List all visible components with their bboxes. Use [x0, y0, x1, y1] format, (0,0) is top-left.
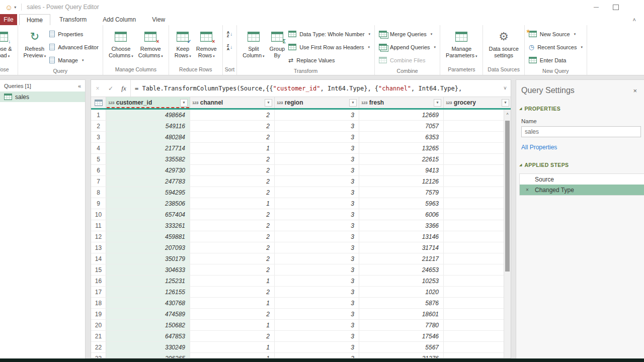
- row-number[interactable]: 12: [91, 231, 106, 242]
- scroll-up-arrow[interactable]: ˄: [504, 110, 511, 118]
- cell-fresh[interactable]: 22615: [359, 154, 444, 164]
- cell-channel[interactable]: 1: [190, 353, 275, 358]
- cell-customer_id[interactable]: 594295: [106, 187, 190, 198]
- cell-channel[interactable]: 1: [190, 298, 275, 308]
- data-source-settings-button[interactable]: ⚙ Data source settings: [486, 27, 521, 60]
- filter-dropdown-region[interactable]: ▾: [349, 99, 357, 107]
- cancel-formula-button[interactable]: ×: [91, 85, 104, 92]
- cell-fresh[interactable]: 1020: [359, 287, 444, 297]
- cell-fresh[interactable]: 3366: [359, 220, 444, 231]
- cell-region[interactable]: 3: [275, 264, 359, 275]
- keep-rows-button[interactable]: ✓ Keep Rows▾: [172, 27, 194, 60]
- cell-grocery[interactable]: [444, 331, 511, 341]
- cell-grocery[interactable]: [444, 132, 511, 142]
- cell-customer_id[interactable]: 217714: [106, 143, 190, 153]
- cell-region[interactable]: 3: [275, 220, 359, 231]
- applied-step-changed-type[interactable]: ×Changed Type: [520, 185, 644, 195]
- row-number[interactable]: 20: [91, 320, 106, 330]
- cell-region[interactable]: 3: [275, 143, 359, 153]
- restore-button[interactable]: [613, 5, 619, 10]
- properties-section-header[interactable]: ◢ PROPERTIES: [516, 106, 644, 112]
- cell-channel[interactable]: 2: [190, 176, 275, 187]
- cell-channel[interactable]: 2: [190, 209, 275, 220]
- cell-customer_id[interactable]: 459881: [106, 231, 190, 242]
- manage-button[interactable]: Manage▾: [49, 55, 99, 65]
- cell-channel[interactable]: 2: [190, 132, 275, 142]
- cell-customer_id[interactable]: 350179: [106, 253, 190, 264]
- cell-grocery[interactable]: [444, 187, 511, 198]
- cell-customer_id[interactable]: 657404: [106, 209, 190, 220]
- close-panel-button[interactable]: ×: [633, 87, 637, 95]
- cell-channel[interactable]: 1: [190, 276, 275, 286]
- cell-grocery[interactable]: [444, 220, 511, 231]
- cell-fresh[interactable]: 5963: [359, 198, 444, 209]
- applied-step-source[interactable]: Source: [520, 174, 644, 185]
- cell-region[interactable]: 3: [275, 298, 359, 308]
- cell-grocery[interactable]: [444, 276, 511, 286]
- cell-region[interactable]: 3: [275, 309, 359, 319]
- cell-grocery[interactable]: [444, 287, 511, 297]
- cell-fresh[interactable]: 6353: [359, 132, 444, 142]
- row-number[interactable]: 16: [91, 276, 106, 286]
- cell-region[interactable]: 3: [275, 132, 359, 142]
- cell-channel[interactable]: 2: [190, 187, 275, 198]
- cell-region[interactable]: 3: [275, 209, 359, 220]
- cell-grocery[interactable]: [444, 320, 511, 330]
- row-number[interactable]: 17: [91, 287, 106, 297]
- use-first-row-button[interactable]: Use First Row as Headers▾: [288, 42, 370, 52]
- cell-fresh[interactable]: 13146: [359, 231, 444, 242]
- row-number[interactable]: 9: [91, 198, 106, 209]
- cell-fresh[interactable]: 5567: [359, 342, 444, 352]
- row-number[interactable]: 14: [91, 253, 106, 264]
- properties-button[interactable]: Properties: [49, 29, 99, 39]
- cell-customer_id[interactable]: 647853: [106, 331, 190, 341]
- row-number[interactable]: 1: [91, 110, 106, 120]
- cell-region[interactable]: 3: [275, 276, 359, 286]
- cell-customer_id[interactable]: 330249: [106, 342, 190, 352]
- cell-customer_id[interactable]: 238506: [106, 198, 190, 209]
- cell-grocery[interactable]: [444, 353, 511, 358]
- row-number[interactable]: 7: [91, 176, 106, 187]
- choose-columns-button[interactable]: Choose Columns▾: [106, 27, 136, 60]
- cell-region[interactable]: 3: [275, 331, 359, 341]
- cell-fresh[interactable]: 7057: [359, 121, 444, 131]
- cell-channel[interactable]: 2: [190, 220, 275, 231]
- row-number[interactable]: 10: [91, 209, 106, 220]
- row-number[interactable]: 3: [91, 132, 106, 142]
- row-number[interactable]: 4: [91, 143, 106, 153]
- cell-customer_id[interactable]: 429730: [106, 165, 190, 175]
- cell-fresh[interactable]: 7579: [359, 187, 444, 198]
- query-item-sales[interactable]: sales: [0, 92, 85, 102]
- tab-add-column[interactable]: Add Column: [96, 14, 143, 25]
- row-number[interactable]: 23: [91, 353, 106, 358]
- all-properties-link[interactable]: All Properties: [521, 144, 557, 151]
- cell-grocery[interactable]: [444, 121, 511, 131]
- cell-customer_id[interactable]: 126155: [106, 287, 190, 297]
- cell-grocery[interactable]: [444, 264, 511, 275]
- cell-channel[interactable]: 2: [190, 253, 275, 264]
- enter-data-button[interactable]: Enter Data: [529, 55, 583, 65]
- cell-channel[interactable]: 2: [190, 242, 275, 253]
- applied-steps-section-header[interactable]: ◢ APPLIED STEPS: [516, 162, 644, 168]
- cell-channel[interactable]: 2: [190, 154, 275, 164]
- cell-region[interactable]: 3: [275, 154, 359, 164]
- cell-grocery[interactable]: [444, 298, 511, 308]
- cell-channel[interactable]: 2: [190, 331, 275, 341]
- row-number[interactable]: 11: [91, 220, 106, 231]
- cell-fresh[interactable]: 5876: [359, 298, 444, 308]
- cell-fresh[interactable]: 7780: [359, 320, 444, 330]
- refresh-preview-button[interactable]: ↻ Refresh Preview▾: [21, 27, 49, 60]
- cell-fresh[interactable]: 17546: [359, 331, 444, 341]
- cell-customer_id[interactable]: 247783: [106, 176, 190, 187]
- sort-ascending-button[interactable]: AZ↓: [227, 29, 232, 39]
- cell-region[interactable]: 3: [275, 121, 359, 131]
- cell-fresh[interactable]: 6006: [359, 209, 444, 220]
- row-number[interactable]: 21: [91, 331, 106, 341]
- row-number[interactable]: 6: [91, 165, 106, 175]
- cell-customer_id[interactable]: 296265: [106, 353, 190, 358]
- cell-customer_id[interactable]: 498664: [106, 110, 190, 120]
- cell-fresh[interactable]: 31714: [359, 242, 444, 253]
- cell-channel[interactable]: 1: [190, 320, 275, 330]
- cell-channel[interactable]: 1: [190, 198, 275, 209]
- cell-region[interactable]: 3: [275, 187, 359, 198]
